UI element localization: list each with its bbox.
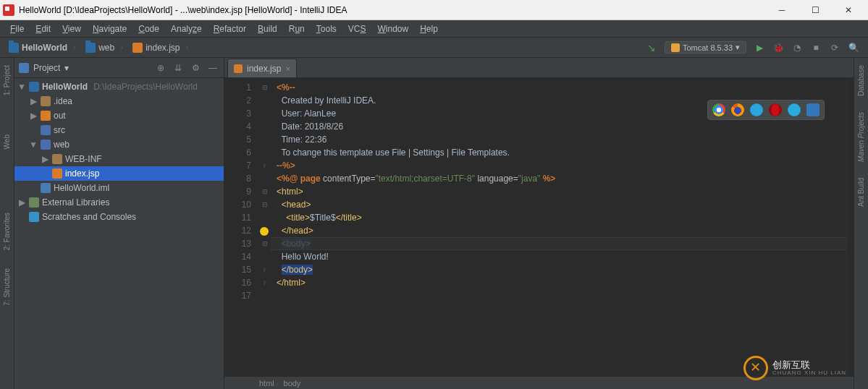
- iml-file-icon: [41, 183, 51, 193]
- crumb-web[interactable]: web: [81, 43, 128, 53]
- blank-icon: [29, 183, 38, 193]
- scratches-icon: [29, 212, 39, 222]
- tree-out[interactable]: ▶ out: [14, 108, 224, 123]
- rail-maven[interactable]: Maven Projects: [857, 109, 865, 165]
- menu-run[interactable]: Run: [283, 20, 311, 37]
- rail-web[interactable]: Web: [3, 132, 11, 152]
- project-panel-title[interactable]: Project: [33, 63, 60, 73]
- debug-button[interactable]: 🐞: [772, 42, 784, 54]
- menu-file[interactable]: File: [4, 20, 30, 37]
- expand-icon[interactable]: ▼: [29, 140, 38, 150]
- tree-scratches[interactable]: Scratches and Consoles: [14, 210, 224, 224]
- editor-breadcrumb[interactable]: html body: [224, 376, 854, 389]
- menu-edit[interactable]: Edit: [30, 20, 56, 37]
- tree-indexjsp[interactable]: index.jsp: [14, 166, 224, 181]
- chrome-icon[interactable]: [712, 103, 725, 116]
- coverage-button[interactable]: ◔: [791, 42, 803, 54]
- menu-navigate[interactable]: Navigate: [87, 20, 132, 37]
- window-minimize-button[interactable]: ─: [765, 0, 799, 20]
- editor-status-gutter: [846, 78, 854, 376]
- folder-icon: [52, 154, 62, 164]
- window-close-button[interactable]: ✕: [832, 0, 865, 20]
- source-folder-icon: [41, 125, 51, 135]
- folder-icon: [41, 111, 51, 121]
- fold-gutter[interactable]: ⊟⊦ ⊟⊟ ⊟⊦⊦: [259, 78, 271, 376]
- tree-label: External Libraries: [42, 197, 109, 208]
- build-icon[interactable]: ↘: [646, 42, 657, 54]
- menu-view[interactable]: View: [56, 20, 87, 37]
- jsp-icon: [132, 43, 143, 53]
- run-configuration-selector[interactable]: Tomcat 8.5.33 ▾: [665, 41, 746, 54]
- tomcat-icon: [671, 43, 680, 52]
- tree-external-libraries[interactable]: ▶ External Libraries: [14, 195, 224, 210]
- tree-label: out: [54, 111, 66, 121]
- tree-label: .idea: [54, 96, 72, 106]
- blank-icon: [41, 168, 49, 179]
- run-button[interactable]: ▶: [754, 42, 765, 54]
- search-everywhere-button[interactable]: 🔍: [848, 42, 859, 54]
- tree-root[interactable]: ▼ HelloWorld D:\IdeaProjects\HelloWorld: [14, 80, 224, 94]
- left-tool-rail: 1: Project Web 2: Favorites 7: Structure: [0, 58, 14, 389]
- locate-icon[interactable]: ⊕: [154, 61, 167, 74]
- tab-close-icon[interactable]: ×: [285, 64, 290, 73]
- right-tool-rail: Database Maven Projects Ant Build: [854, 58, 868, 389]
- tree-iml[interactable]: HelloWorld.iml: [14, 181, 224, 195]
- menu-analyze[interactable]: Analyze: [165, 20, 208, 37]
- crumb-label: index.jsp: [146, 43, 180, 53]
- code-editor[interactable]: 12345678 91011121314151617 ⊟⊦ ⊟⊟ ⊟⊦⊦ <%-…: [224, 78, 854, 376]
- rail-favorites[interactable]: 2: Favorites: [3, 210, 11, 253]
- crumb-label: HelloWorld: [22, 43, 67, 53]
- window-maximize-button[interactable]: ☐: [799, 0, 832, 20]
- window-titlebar: HelloWorld [D:\IdeaProjects\HelloWorld] …: [0, 0, 868, 20]
- opera-icon[interactable]: [769, 103, 782, 116]
- settings-gear-icon[interactable]: ⚙: [189, 61, 202, 74]
- blank-icon: [17, 212, 26, 222]
- collapse-all-icon[interactable]: ⇊: [172, 61, 185, 74]
- safari-icon[interactable]: [750, 103, 763, 116]
- folder-icon: [41, 96, 51, 106]
- crumb-file[interactable]: index.jsp: [128, 43, 193, 53]
- expand-icon[interactable]: ▶: [41, 154, 49, 164]
- web-folder-icon: [41, 140, 51, 150]
- rail-icon: [2, 110, 12, 120]
- tab-label: index.jsp: [247, 64, 281, 74]
- library-icon: [29, 197, 39, 208]
- firefox-icon[interactable]: [731, 103, 744, 116]
- crumb-project[interactable]: HelloWorld: [4, 43, 81, 53]
- main-menu: File Edit View Navigate Code Analyze Ref…: [0, 20, 868, 38]
- editor-tab-indexjsp[interactable]: index.jsp ×: [227, 59, 297, 77]
- rail-project[interactable]: 1: Project: [3, 62, 11, 98]
- rail-database[interactable]: Database: [857, 62, 865, 99]
- crumb-html[interactable]: html: [259, 379, 279, 388]
- expand-icon[interactable]: ▼: [17, 82, 26, 92]
- hide-panel-icon[interactable]: —: [206, 61, 219, 74]
- tree-webinf[interactable]: ▶ WEB-INF: [14, 152, 224, 166]
- menu-window[interactable]: Window: [371, 20, 414, 37]
- menu-code[interactable]: Code: [132, 20, 165, 37]
- tree-src[interactable]: src: [14, 123, 224, 137]
- project-dropdown-icon[interactable]: ▾: [64, 63, 69, 73]
- crumb-body[interactable]: body: [284, 379, 301, 388]
- project-tree[interactable]: ▼ HelloWorld D:\IdeaProjects\HelloWorld …: [14, 78, 224, 226]
- tree-label: WEB-INF: [65, 154, 102, 164]
- menu-help[interactable]: Help: [414, 20, 444, 37]
- tree-web[interactable]: ▼ web: [14, 137, 224, 152]
- expand-icon[interactable]: ▶: [29, 96, 38, 106]
- menu-build[interactable]: Build: [252, 20, 283, 37]
- stop-button[interactable]: ■: [810, 42, 822, 54]
- internet-explorer-icon[interactable]: [788, 103, 801, 116]
- update-project-button[interactable]: ⟳: [829, 42, 840, 54]
- source-text[interactable]: <%-- Created by IntelliJ IDEA. User: Ala…: [271, 78, 846, 376]
- intention-bulb-icon[interactable]: [260, 227, 269, 236]
- menu-vcs[interactable]: VCS: [342, 20, 372, 37]
- editor-area: index.jsp × 12345678 91011121314151617 ⊟…: [224, 58, 854, 389]
- expand-icon[interactable]: ▶: [17, 197, 26, 208]
- edge-icon[interactable]: [806, 103, 819, 116]
- tree-idea[interactable]: ▶ .idea: [14, 94, 224, 108]
- rail-ant[interactable]: Ant Build: [857, 175, 865, 210]
- expand-icon[interactable]: ▶: [29, 111, 38, 121]
- jsp-file-icon: [52, 168, 62, 179]
- menu-refactor[interactable]: Refactor: [208, 20, 252, 37]
- menu-tools[interactable]: Tools: [311, 20, 342, 37]
- rail-structure[interactable]: 7: Structure: [3, 265, 11, 309]
